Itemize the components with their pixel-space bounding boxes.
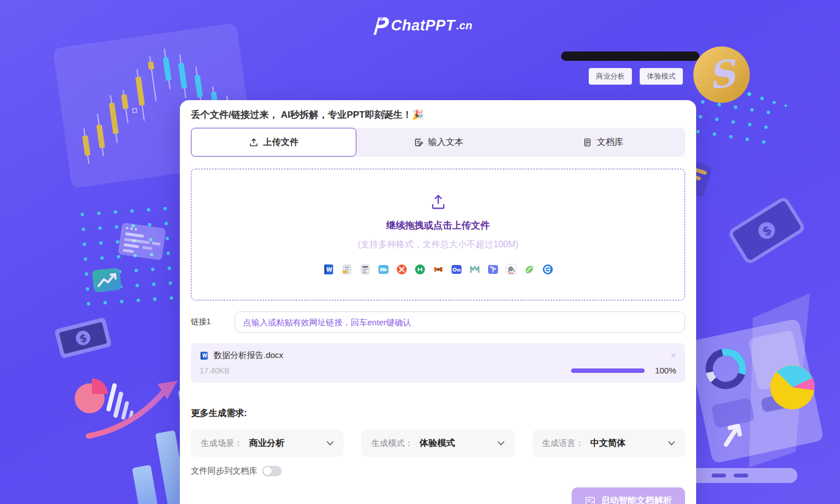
processon-icon bbox=[542, 264, 553, 275]
progress-fill bbox=[571, 368, 645, 373]
select-scene-label: 生成场景： bbox=[201, 438, 242, 449]
freemind-icon bbox=[433, 264, 444, 275]
pdf-icon bbox=[341, 264, 352, 275]
tab-library-label: 文档库 bbox=[597, 137, 624, 148]
badge-mode: 体验模式 bbox=[640, 68, 683, 85]
edit-icon bbox=[414, 138, 423, 147]
svg-text:On: On bbox=[452, 267, 460, 273]
generation-options: 生成场景： 商业分析 生成模式： 体验模式 生成语言： 中文简体 bbox=[191, 429, 685, 457]
library-icon bbox=[583, 138, 592, 147]
select-scene[interactable]: 生成场景： 商业分析 bbox=[191, 429, 344, 457]
card-list-illustration bbox=[118, 222, 166, 261]
upload-icon bbox=[249, 138, 258, 147]
sync-toggle-label: 文件同步到文档库 bbox=[191, 466, 257, 476]
tab-input-text-label: 输入文本 bbox=[428, 137, 464, 148]
dropzone-title: 继续拖拽或点击上传文件 bbox=[386, 219, 490, 232]
trend-chart-icon bbox=[92, 268, 122, 293]
mindmanager-icon bbox=[469, 264, 480, 275]
more-needs-label: 更多生成需求: bbox=[191, 408, 685, 419]
laptop-edge-illustration bbox=[561, 51, 699, 61]
uploaded-file-item: W 数据分析报告.docx × 17.40KB 100% bbox=[191, 343, 685, 383]
select-mode-label: 生成模式： bbox=[371, 438, 413, 449]
tab-input-text[interactable]: 输入文本 bbox=[356, 128, 521, 157]
sync-toggle[interactable] bbox=[262, 466, 282, 476]
start-parse-button-label: 启动智能文档解析 bbox=[601, 495, 672, 504]
word-file-icon: W bbox=[200, 351, 209, 360]
link-row: 链接1 bbox=[191, 311, 685, 332]
word-icon: W bbox=[323, 264, 334, 275]
svg-text:W: W bbox=[202, 354, 207, 358]
brand-tld: .cn bbox=[457, 19, 473, 32]
select-language-label: 生成语言： bbox=[542, 438, 584, 449]
doc-scan-icon bbox=[585, 496, 595, 504]
chevron-down-icon bbox=[497, 441, 505, 446]
pie-chart-yellow bbox=[770, 365, 815, 409]
chevron-down-icon bbox=[668, 441, 675, 446]
page-title: 丢个文件/链接过来， AI秒拆解，专业PPT即刻诞生！🎉 bbox=[191, 109, 685, 121]
select-mode-value: 体验模式 bbox=[419, 438, 455, 449]
svg-text:M: M bbox=[380, 267, 385, 273]
tab-upload-file[interactable]: 上传文件 bbox=[191, 128, 356, 157]
link-input[interactable] bbox=[235, 311, 685, 332]
header-badges: 商业分析 体验模式 bbox=[589, 68, 683, 85]
supported-formats-row: W M On bbox=[323, 264, 553, 275]
file-name: 数据分析报告.docx bbox=[214, 350, 283, 361]
laptop-dashboard-illustration bbox=[678, 293, 840, 483]
link-label: 链接1 bbox=[191, 317, 235, 327]
badge-scene: 商业分析 bbox=[589, 68, 632, 85]
tab-bar: 上传文件 输入文本 文档库 bbox=[191, 128, 685, 157]
dropzone-subtitle: (支持多种格式，文件总大小不超过100M) bbox=[357, 239, 518, 251]
file-size: 17.40KB bbox=[200, 366, 230, 375]
progress-bar bbox=[571, 368, 645, 373]
select-language[interactable]: 生成语言： 中文简体 bbox=[532, 429, 685, 457]
evernote-icon bbox=[506, 264, 517, 275]
toggle-knob bbox=[263, 467, 272, 475]
money-bill-left: $ bbox=[54, 317, 112, 358]
brand-name: ChatPPT bbox=[391, 17, 455, 34]
onenote-icon: On bbox=[451, 264, 462, 275]
money-bill-right: $ bbox=[729, 198, 804, 263]
upload-card: 丢个文件/链接过来， AI秒拆解，专业PPT即刻诞生！🎉 上传文件 输入文本 文… bbox=[180, 100, 696, 504]
youdao-note-icon bbox=[524, 264, 535, 275]
markdown-icon: M bbox=[378, 264, 389, 275]
upload-cloud-icon bbox=[429, 194, 447, 210]
brand-logo: ChatPPT.cn bbox=[0, 14, 840, 37]
select-language-value: 中文简体 bbox=[590, 438, 626, 449]
progress-label: 100% bbox=[652, 366, 676, 375]
file-dropzone[interactable]: 继续拖拽或点击上传文件 (支持多种格式，文件总大小不超过100M) W M On bbox=[191, 169, 685, 300]
brand-p-icon bbox=[368, 14, 390, 37]
tab-upload-file-label: 上传文件 bbox=[263, 137, 299, 148]
edrawmind-icon bbox=[414, 264, 426, 275]
xmind-icon bbox=[396, 264, 407, 275]
chevron-down-icon bbox=[326, 441, 334, 446]
close-icon[interactable]: × bbox=[671, 351, 676, 360]
gold-coin: S bbox=[693, 46, 750, 103]
select-mode[interactable]: 生成模式： 体验模式 bbox=[361, 429, 514, 457]
svg-text:W: W bbox=[326, 267, 332, 273]
mubu-icon bbox=[488, 264, 499, 275]
pie-chart-pink bbox=[75, 378, 108, 413]
select-scene-value: 商业分析 bbox=[249, 438, 284, 449]
start-parse-button[interactable]: 启动智能文档解析 bbox=[572, 487, 685, 504]
tab-library[interactable]: 文档库 bbox=[521, 128, 685, 157]
txt-icon bbox=[360, 264, 371, 275]
dots-pattern-right bbox=[688, 98, 775, 153]
sync-toggle-row: 文件同步到文档库 bbox=[191, 466, 685, 476]
dots-trail bbox=[748, 92, 787, 107]
